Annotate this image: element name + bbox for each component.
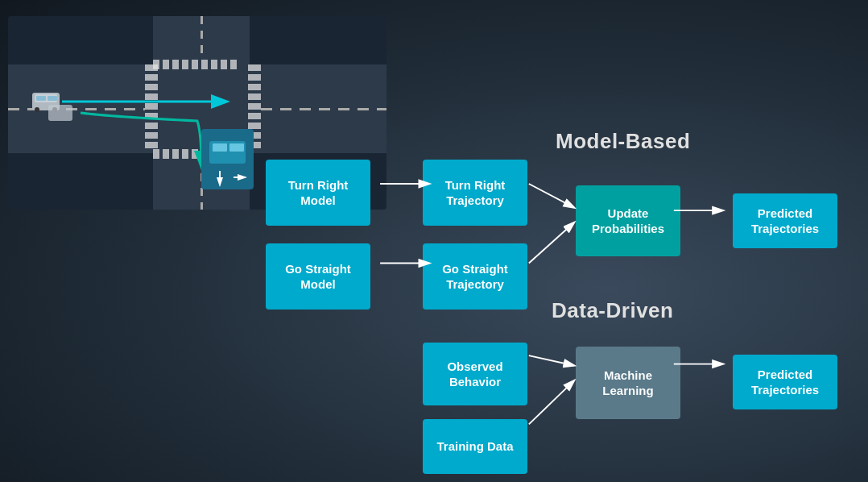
training-data-box: Training Data: [423, 419, 527, 474]
svg-rect-2: [36, 96, 46, 101]
observed-behavior-box: Observed Behavior: [423, 343, 527, 405]
svg-line-20: [529, 380, 574, 424]
svg-rect-6: [48, 105, 72, 121]
svg-point-4: [35, 107, 39, 112]
svg-line-19: [529, 355, 574, 365]
svg-rect-10: [213, 143, 227, 152]
model-based-label: Model-Based: [556, 129, 690, 154]
turn-right-trajectory-box: Turn Right Trajectory: [423, 160, 527, 226]
update-probabilities-box: Update Probabilities: [576, 185, 680, 256]
svg-rect-3: [48, 96, 57, 101]
predicted-trajectories-1-box: Predicted Trajectories: [733, 193, 837, 248]
main-diagram: Model-Based Data-Driven Turn Right Model…: [258, 24, 854, 459]
svg-line-16: [529, 184, 574, 207]
predicted-trajectories-2-box: Predicted Trajectories: [733, 355, 837, 409]
turn-right-model-box: Turn Right Model: [266, 160, 370, 226]
svg-rect-11: [229, 143, 244, 152]
machine-learning-box: Machine Learning: [576, 347, 680, 419]
svg-line-17: [529, 222, 574, 263]
go-straight-trajectory-box: Go Straight Trajectory: [423, 243, 527, 310]
go-straight-model-box: Go Straight Model: [266, 243, 370, 310]
data-driven-label: Data-Driven: [552, 298, 673, 323]
